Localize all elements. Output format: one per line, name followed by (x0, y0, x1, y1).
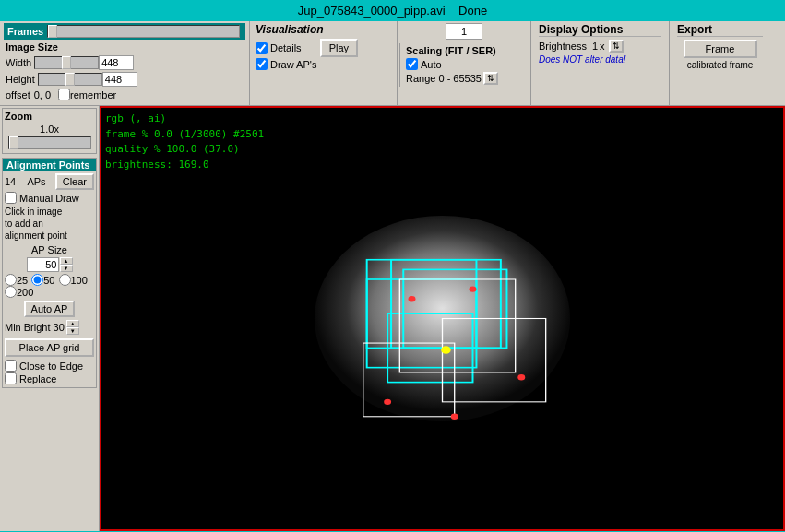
manual-draw-label: Manual Draw (19, 193, 79, 204)
title-text: Jup_075843_0000_pipp.avi (298, 4, 446, 18)
zoom-value: 1.0x (5, 124, 94, 135)
ap-size-input[interactable] (27, 257, 59, 272)
auto-ap-button[interactable]: Auto AP (24, 301, 76, 317)
radio-50-label: 50 (43, 275, 54, 286)
brightness-unit: x (600, 41, 605, 52)
min-bright-down[interactable] (66, 327, 79, 335)
alignment-section: Alignment Points 14 APs Clear Manual Dra… (2, 158, 97, 388)
image-size-label: Image Size (6, 41, 244, 53)
close-to-edge-checkbox[interactable] (5, 360, 17, 372)
replace-label: Replace (19, 373, 56, 384)
export-section: Export Frame calibrated frame (669, 21, 770, 105)
frames-section: Frames Image Size Width Height offset 0, (0, 21, 249, 105)
radio-100[interactable] (59, 274, 71, 286)
radio-25-label: 25 (17, 275, 28, 286)
width-slider[interactable] (34, 56, 99, 69)
display-options-section: Display Options Brightness 1 x ⇅ Does NO… (530, 21, 669, 105)
left-panel: Zoom 1.0x Alignment Points 14 APs Clear … (0, 106, 100, 531)
draw-aps-checkbox[interactable] (256, 58, 268, 70)
replace-checkbox[interactable] (5, 372, 17, 384)
height-input[interactable] (102, 72, 137, 87)
min-bright-up[interactable] (66, 320, 79, 327)
svg-point-9 (409, 296, 416, 301)
radio-50[interactable] (31, 274, 43, 286)
zoom-header: Zoom (5, 111, 94, 122)
display-options-header: Display Options (539, 23, 661, 37)
vis-header: Visualisation (256, 23, 391, 36)
jupiter-svg (101, 108, 783, 529)
svg-point-10 (470, 286, 477, 291)
svg-point-13 (384, 399, 391, 405)
scaling-section: Scaling (FIT / SER) Auto Range 0 - 65535… (399, 43, 529, 87)
visualisation-section: Visualisation Details Play Draw AP's (249, 21, 397, 105)
remember-checkbox[interactable] (58, 89, 70, 100)
min-bright-value: 30 (54, 322, 65, 333)
scaling-header: Scaling (FIT / SER) (406, 45, 523, 56)
svg-point-12 (451, 414, 458, 420)
radio-100-label: 100 (71, 275, 88, 286)
svg-point-11 (517, 374, 525, 380)
offset-value: 0, 0 (34, 89, 51, 100)
zoom-section: Zoom 1.0x (2, 108, 97, 154)
auto-checkbox[interactable] (406, 58, 418, 70)
svg-point-14 (441, 346, 451, 354)
brightness-spin-btn[interactable]: ⇅ (609, 40, 624, 53)
frame-number-input[interactable] (446, 23, 482, 40)
frames-label: Frames (7, 26, 43, 37)
radio-200[interactable] (5, 286, 17, 298)
aps-label: APs (27, 176, 45, 187)
range-label: Range 0 - (406, 73, 450, 84)
radio-25[interactable] (5, 274, 17, 286)
offset-label: offset (6, 89, 30, 100)
width-input[interactable] (99, 55, 134, 70)
click-info: Click in imageto add analignment point (5, 206, 94, 242)
place-ap-grid-button[interactable]: Place AP grid (5, 338, 94, 357)
brightness-value: 1 (592, 41, 598, 52)
play-button[interactable]: Play (320, 39, 358, 57)
title-status: Done (458, 4, 487, 18)
ap-size-radio-group: 25 50 100 200 (5, 274, 94, 298)
frames-slider[interactable] (47, 25, 240, 38)
frame-export-button[interactable]: Frame (684, 40, 757, 58)
radio-200-label: 200 (17, 287, 33, 298)
clear-button[interactable]: Clear (55, 173, 94, 190)
calibrated-frame-text: calibrated frame (677, 60, 763, 70)
frame-scaling-area: Scaling (FIT / SER) Auto Range 0 - 65535… (397, 21, 530, 105)
alignment-header: Alignment Points (3, 159, 96, 171)
range-value: 65535 (453, 73, 482, 84)
width-label: Width (6, 57, 31, 68)
image-area: rgb (, ai) frame % 0.0 (1/3000) #2501 qu… (100, 106, 785, 531)
export-header: Export (677, 23, 763, 37)
auto-label: Auto (421, 59, 442, 70)
not-alter-text: Does NOT alter data! (539, 54, 661, 65)
image-canvas[interactable]: rgb (, ai) frame % 0.0 (1/3000) #2501 qu… (100, 106, 785, 531)
manual-draw-checkbox[interactable] (5, 192, 17, 204)
draw-aps-label: Draw AP's (270, 59, 316, 70)
remember-label: remember (70, 89, 116, 100)
ap-size-label: AP Size (5, 244, 94, 255)
zoom-slider[interactable] (8, 136, 91, 149)
height-slider[interactable] (38, 73, 102, 86)
min-bright-label: Min Bright (5, 322, 51, 333)
ap-size-up[interactable] (60, 257, 73, 265)
title-bar: Jup_075843_0000_pipp.avi Done (0, 0, 785, 21)
height-label: Height (6, 74, 35, 85)
frames-header: Frames (4, 23, 245, 40)
brightness-label: Brightness (539, 41, 587, 52)
ap-size-down[interactable] (60, 265, 73, 272)
details-checkbox[interactable] (256, 42, 268, 54)
ap-count: 14 (5, 176, 16, 187)
close-to-edge-label: Close to Edge (19, 361, 83, 372)
details-label: Details (270, 42, 302, 53)
range-spin-btn[interactable]: ⇅ (483, 72, 498, 85)
